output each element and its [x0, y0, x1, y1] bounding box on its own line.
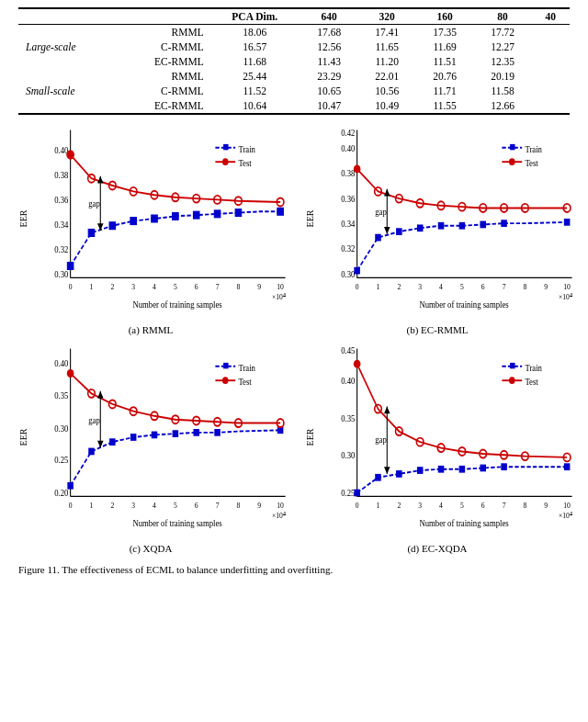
- svg-point-80: [509, 158, 515, 165]
- svg-text:Train: Train: [525, 144, 542, 154]
- svg-marker-123: [97, 391, 104, 399]
- y-axis-label-a: EER: [18, 210, 28, 228]
- svg-text:0.34: 0.34: [341, 219, 355, 229]
- svg-point-29: [222, 158, 229, 165]
- chart-svg-c: 0.20 0.25 0.30 0.35 0.40 0 1 2 3 4 5 6 7…: [40, 343, 290, 532]
- svg-text:10: 10: [277, 502, 284, 511]
- svg-rect-155: [438, 466, 445, 473]
- svg-text:8: 8: [237, 502, 241, 511]
- table-header-method: [116, 8, 209, 25]
- table-cell: 20.76: [416, 69, 474, 84]
- table-cell: 11.55: [416, 98, 474, 114]
- table-method-ecrmml-large: EC-RMML: [116, 54, 209, 69]
- svg-text:4: 4: [153, 283, 157, 292]
- svg-text:2: 2: [397, 283, 401, 292]
- svg-text:Train: Train: [525, 363, 542, 373]
- svg-text:0.40: 0.40: [341, 143, 355, 153]
- svg-text:6: 6: [195, 283, 198, 292]
- svg-text:7: 7: [503, 502, 506, 511]
- table-cell: 11.58: [474, 84, 532, 98]
- chart-svg-a: 0.30 0.32 0.34 0.36 0.38 0.40 0 1 2 3 4 …: [40, 124, 290, 313]
- test-marker: [67, 151, 74, 159]
- svg-text:gap: gap: [88, 198, 100, 209]
- svg-text:Number of training samples: Number of training samples: [419, 518, 508, 528]
- svg-text:Test: Test: [525, 159, 538, 169]
- svg-rect-56: [417, 224, 424, 231]
- svg-text:0: 0: [69, 502, 73, 511]
- svg-marker-22: [97, 223, 104, 231]
- svg-rect-58: [459, 222, 466, 230]
- svg-text:4: 4: [439, 283, 444, 292]
- table-cell: 12.35: [474, 54, 532, 69]
- chart-caption-a: (a) RMML: [7, 324, 294, 335]
- svg-text:1: 1: [377, 502, 380, 511]
- svg-text:0.20: 0.20: [54, 489, 68, 499]
- train-marker: [88, 230, 95, 237]
- svg-rect-175: [510, 363, 514, 368]
- svg-text:2: 2: [397, 502, 401, 511]
- table-header-pcadim: PCA Dim.: [209, 8, 300, 25]
- svg-rect-153: [396, 470, 402, 478]
- chart-svg-b: 0.30 0.32 0.34 0.36 0.38 0.40 0.42 0 1 2…: [327, 124, 577, 313]
- table-cell: 17.68: [300, 25, 358, 40]
- table-group-small: Small-scale: [18, 69, 116, 114]
- table-method-crmml-small: C-RMML: [116, 84, 209, 98]
- table-cell: 10.47: [300, 98, 358, 114]
- svg-text:1: 1: [377, 283, 380, 292]
- svg-marker-122: [97, 441, 104, 448]
- table-cell: 11.69: [416, 39, 474, 54]
- svg-text:Train: Train: [238, 363, 255, 373]
- svg-rect-126: [223, 363, 228, 368]
- svg-rect-61: [564, 219, 571, 226]
- table-cell: 17.35: [416, 25, 474, 40]
- svg-rect-55: [396, 228, 402, 235]
- table-cell: 12.27: [474, 39, 532, 54]
- svg-text:8: 8: [524, 283, 527, 292]
- svg-text:6: 6: [195, 502, 198, 511]
- table-cell: 11.20: [358, 54, 416, 69]
- svg-rect-54: [375, 234, 381, 242]
- svg-text:3: 3: [418, 283, 422, 292]
- table-method-rmml-small: RMML: [116, 69, 209, 84]
- svg-text:8: 8: [237, 283, 241, 292]
- svg-text:3: 3: [131, 283, 135, 292]
- svg-text:0: 0: [356, 502, 359, 511]
- svg-text:0.38: 0.38: [54, 171, 68, 181]
- svg-text:0.30: 0.30: [54, 270, 68, 280]
- table-header-40: 40: [532, 8, 570, 25]
- svg-rect-109: [214, 429, 220, 436]
- svg-text:0.25: 0.25: [54, 456, 68, 466]
- svg-text:0: 0: [356, 283, 359, 292]
- chart-area-a: EER 0.30 0.32 0.34 0.36 0.38 0.40 0 1 2 …: [40, 124, 290, 313]
- svg-rect-107: [173, 430, 179, 437]
- svg-text:2: 2: [110, 502, 114, 511]
- chart-area-c: EER 0.20 0.25 0.30 0.35 0.40 0 1 2 3 4 5…: [40, 343, 290, 532]
- svg-rect-156: [459, 466, 466, 473]
- svg-text:0.30: 0.30: [341, 270, 355, 280]
- table-cell: 17.41: [358, 25, 416, 40]
- svg-text:6: 6: [481, 283, 485, 292]
- svg-text:9: 9: [544, 283, 548, 292]
- table-cell: 22.01: [358, 69, 416, 84]
- svg-text:0.45: 0.45: [341, 345, 355, 355]
- svg-text:6: 6: [481, 502, 485, 511]
- svg-point-178: [509, 377, 515, 384]
- svg-text:0.36: 0.36: [54, 196, 68, 206]
- svg-text:10: 10: [563, 502, 571, 511]
- svg-rect-57: [438, 222, 445, 230]
- svg-rect-108: [193, 429, 199, 436]
- y-axis-label-c: EER: [18, 429, 28, 446]
- table-cell: 10.56: [358, 84, 416, 98]
- table-cell: 11.51: [416, 54, 474, 69]
- table-header-group: [18, 8, 116, 25]
- table-cell: 11.43: [300, 54, 358, 69]
- table-header-320: 320: [358, 8, 416, 25]
- table-header-80: 80: [474, 8, 532, 25]
- svg-text:5: 5: [460, 283, 464, 292]
- svg-text:9: 9: [257, 502, 261, 511]
- table-cell: 10.49: [358, 98, 416, 114]
- svg-text:4: 4: [439, 502, 444, 511]
- chart-area-d: EER 0.25 0.30 0.35 0.40 0.45 0 1 2 3 4 5…: [327, 343, 577, 532]
- svg-text:5: 5: [174, 283, 177, 292]
- table-cell: 17.72: [474, 25, 532, 40]
